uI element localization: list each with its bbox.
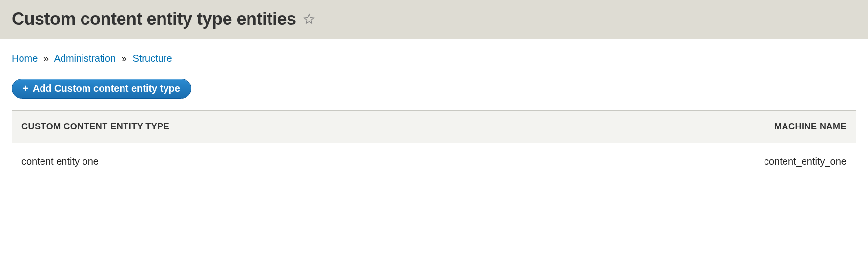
- breadcrumb: Home » Administration » Structure: [12, 53, 856, 64]
- plus-icon: +: [23, 83, 29, 94]
- favorite-star-icon[interactable]: [303, 13, 315, 25]
- column-header-type: Custom content entity type: [12, 111, 537, 143]
- cell-entity-type: content entity one: [12, 143, 537, 180]
- breadcrumb-separator: »: [43, 53, 49, 63]
- page-title: Custom content entity type entities: [12, 9, 296, 29]
- table-header-row: Custom content entity type Machine name: [12, 111, 856, 143]
- breadcrumb-home[interactable]: Home: [12, 53, 38, 63]
- page-header: Custom content entity type entities: [0, 0, 868, 39]
- table-row[interactable]: content entity one content_entity_one: [12, 143, 856, 180]
- add-button-label: Add Custom content entity type: [33, 83, 180, 94]
- add-entity-type-button[interactable]: + Add Custom content entity type: [12, 79, 191, 99]
- breadcrumb-separator: »: [122, 53, 127, 63]
- breadcrumb-structure[interactable]: Structure: [132, 53, 172, 63]
- column-header-machine-name: Machine name: [537, 111, 856, 143]
- breadcrumb-administration[interactable]: Administration: [54, 53, 116, 63]
- entity-type-table: Custom content entity type Machine name …: [12, 110, 856, 180]
- cell-machine-name: content_entity_one: [537, 143, 856, 180]
- content-region: Home » Administration » Structure + Add …: [0, 39, 868, 194]
- svg-marker-0: [304, 14, 314, 23]
